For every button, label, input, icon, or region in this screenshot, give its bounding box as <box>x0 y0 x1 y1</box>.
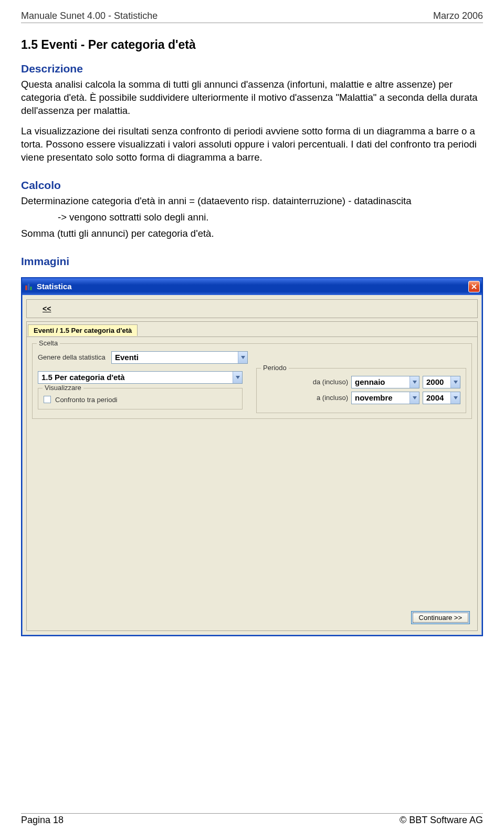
a-month-value: novembre <box>355 393 410 402</box>
periodo-group: Periodo da (incluso) gennaio 2000 <box>256 368 466 413</box>
footer-right: © BBT Software AG <box>400 815 483 826</box>
calcolo-line3: Somma (tutti gli annunci) per categoria … <box>21 227 483 240</box>
calcolo-head: Calcolo <box>21 179 483 192</box>
visualizzare-group: Visualizzare Confronto tra periodi <box>38 388 243 409</box>
genere-label: Genere della statistica <box>38 353 111 361</box>
scelta-legend: Scelta <box>37 339 60 347</box>
svg-rect-1 <box>28 283 29 290</box>
continuare-button[interactable]: Continuare >> <box>411 611 470 624</box>
chevron-down-icon <box>450 392 460 404</box>
a-year-combo[interactable]: 2004 <box>423 392 460 404</box>
descrizione-p1: Questa analisi calcola la somma di tutti… <box>21 78 483 118</box>
a-month-combo[interactable]: novembre <box>351 392 419 404</box>
a-year-value: 2004 <box>426 393 450 402</box>
category-combo[interactable]: 1.5 Per categoria d'età <box>38 371 243 384</box>
category-value: 1.5 Per categoria d'età <box>41 373 233 382</box>
titlebar[interactable]: Statistica <box>22 278 482 295</box>
statistica-window: Statistica << Eventi / 1.5 Per categoria… <box>21 277 483 636</box>
genere-combo[interactable]: Eventi <box>111 351 248 364</box>
descrizione-head: Descrizione <box>21 62 483 75</box>
doc-footer: Pagina 18 © BBT Software AG <box>21 813 483 826</box>
tab-strip: Eventi / 1.5 Per categoria d'età <box>27 322 477 336</box>
da-year-value: 2000 <box>426 377 450 386</box>
chevron-down-icon <box>450 376 460 388</box>
da-year-combo[interactable]: 2000 <box>423 376 460 388</box>
footer-left: Pagina 18 <box>21 815 64 826</box>
svg-rect-2 <box>30 287 32 290</box>
calcolo-line1: Determinazione categoria d'età in anni =… <box>21 195 483 208</box>
da-month-combo[interactable]: gennaio <box>351 376 419 388</box>
genere-value: Eventi <box>115 353 238 362</box>
section-title: 1.5 Eventi - Per categoria d'età <box>21 38 483 52</box>
immagini-head: Immagini <box>21 255 483 268</box>
app-icon <box>24 282 34 291</box>
back-bar: << <box>26 299 478 318</box>
close-button[interactable] <box>468 281 480 292</box>
da-label: da (incluso) <box>305 378 348 386</box>
confronto-checkbox[interactable] <box>44 396 51 403</box>
a-label: a (incluso) <box>305 394 348 402</box>
da-month-value: gennaio <box>355 377 410 386</box>
calcolo-line2: -> vengono sottratti solo degli anni. <box>58 211 483 224</box>
doc-header: Manuale Sunet 4.00 - Statistiche Marzo 2… <box>21 10 483 23</box>
tab-eventi[interactable]: Eventi / 1.5 Per categoria d'età <box>28 324 138 336</box>
chevron-down-icon <box>233 372 242 383</box>
chevron-down-icon <box>410 392 419 404</box>
svg-rect-0 <box>25 285 27 290</box>
chevron-down-icon <box>238 352 247 363</box>
periodo-legend: Periodo <box>261 364 289 372</box>
descrizione-p2: La visualizzazione dei risultati senza c… <box>21 125 483 164</box>
confronto-label: Confronto tra periodi <box>55 396 118 404</box>
window-title: Statistica <box>37 282 468 291</box>
doc-header-right: Marzo 2006 <box>433 10 483 22</box>
visualizzare-legend: Visualizzare <box>43 384 83 392</box>
back-button[interactable]: << <box>43 304 51 313</box>
chevron-down-icon <box>410 376 419 388</box>
scelta-group: Scelta Genere della statistica Eventi <box>32 343 472 419</box>
doc-header-left: Manuale Sunet 4.00 - Statistiche <box>21 10 158 22</box>
